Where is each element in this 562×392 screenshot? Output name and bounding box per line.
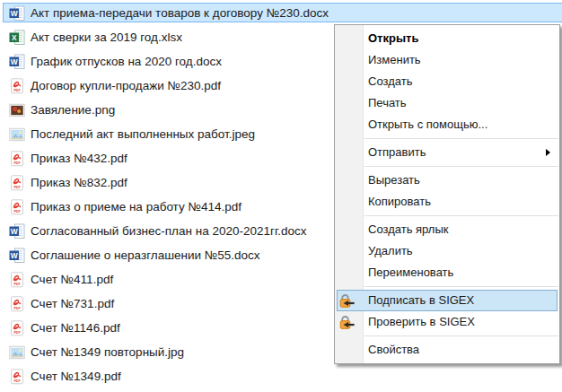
file-name: Завяление.png	[31, 103, 115, 117]
menu-item-label: Вырезать	[368, 173, 420, 187]
file-name: Соглашение о неразглашении №55.docx	[31, 248, 260, 262]
file-name: Договор купли-продажи №230.pdf	[31, 79, 221, 92]
file-name: Акт сверки за 2019 год.xlsx	[31, 30, 182, 44]
svg-text:W: W	[11, 250, 18, 259]
word-file-icon: W	[9, 223, 25, 240]
pdf-file-icon: PDF	[9, 369, 25, 385]
file-name: Приказ №432.pdf	[31, 152, 127, 165]
word-file-icon: W	[9, 248, 25, 264]
file-name: Счет №1146.pdf	[31, 321, 120, 335]
svg-text:W: W	[11, 8, 18, 17]
svg-text:PDF: PDF	[13, 306, 21, 309]
menu-item-label: Переименовать	[368, 266, 453, 279]
pdf-file-icon: PDF	[9, 175, 25, 191]
menu-item-open[interactable]: Открыть	[335, 28, 559, 49]
file-name: График отпусков на 2020 год.docx	[31, 55, 222, 68]
menu-item-label: Создать ярлык	[368, 222, 448, 236]
file-name: Согласованный бизнес-план на 2020-2021гг…	[31, 224, 306, 238]
menu-separator	[364, 138, 558, 139]
svg-text:W: W	[11, 57, 18, 65]
menu-item-label: Открыть с помощью...	[368, 118, 487, 131]
context-menu: ОткрытьИзменитьСоздатьПечатьОткрыть с по…	[334, 24, 560, 364]
menu-item-cut[interactable]: Вырезать	[335, 170, 559, 191]
menu-item-label: Копировать	[368, 195, 431, 208]
pdf-file-icon: PDF	[9, 296, 25, 312]
file-name: Счет №411.pdf	[31, 273, 113, 286]
file-name: Счет №1349 повторный.jpg	[31, 345, 184, 359]
sigex-lock-icon	[338, 314, 356, 331]
word-file-icon: W	[9, 5, 25, 22]
menu-item-print[interactable]: Печать	[335, 92, 559, 114]
menu-item-label: Проверить в SIGEX	[368, 315, 475, 328]
menu-item-rename[interactable]: Переименовать	[335, 262, 559, 283]
file-row[interactable]: WАкт приема-передачи товаров к договору …	[0, 1, 562, 25]
submenu-arrow-icon	[546, 149, 550, 156]
menu-item-verify-in-sigex[interactable]: Проверить в SIGEX	[335, 311, 559, 333]
menu-item-label: Свойства	[368, 343, 419, 356]
png-file-icon	[9, 102, 25, 118]
pdf-file-icon: PDF	[9, 199, 25, 215]
menu-item-create-shortcut[interactable]: Создать ярлык	[335, 219, 559, 240]
svg-text:PDF: PDF	[13, 88, 21, 91]
svg-text:PDF: PDF	[13, 161, 21, 164]
excel-file-icon: X	[9, 30, 25, 46]
menu-item-open-with[interactable]: Открыть с помощью...	[335, 114, 559, 135]
menu-item-copy[interactable]: Копировать	[335, 191, 559, 213]
word-file-icon: W	[9, 54, 25, 70]
file-name: Приказ о приеме на работу №414.pdf	[31, 200, 241, 213]
svg-text:PDF: PDF	[13, 330, 21, 334]
menu-item-label: Изменить	[368, 53, 421, 66]
menu-item-label: Открыть	[368, 31, 418, 45]
file-name: Приказ №832.pdf	[31, 176, 127, 189]
pdf-file-icon: PDF	[9, 272, 25, 288]
menu-item-properties[interactable]: Свойства	[335, 339, 559, 361]
sigex-lock-icon	[338, 292, 356, 309]
pdf-file-icon: PDF	[9, 78, 25, 94]
svg-text:PDF: PDF	[13, 379, 21, 382]
menu-separator	[364, 166, 558, 167]
menu-separator	[364, 335, 558, 336]
file-name: Последний акт выполненных работ.jpeg	[31, 127, 255, 141]
menu-item-delete[interactable]: Удалить	[335, 240, 559, 262]
menu-item-label: Печать	[368, 96, 407, 109]
svg-text:PDF: PDF	[13, 209, 21, 213]
menu-item-edit[interactable]: Изменить	[335, 49, 559, 71]
menu-item-label: Отправить	[368, 145, 426, 159]
file-name: Счет №1349.pdf	[31, 370, 121, 383]
menu-item-new[interactable]: Создать	[335, 71, 559, 92]
file-name: Акт приема-передачи товаров к договору №…	[31, 6, 329, 20]
pdf-file-icon: PDF	[9, 151, 25, 167]
menu-separator	[364, 286, 558, 287]
file-row[interactable]: PDFСчет №1349.pdf	[0, 364, 562, 388]
menu-item-label: Создать	[368, 74, 412, 88]
pdf-file-icon: PDF	[9, 320, 25, 336]
svg-text:PDF: PDF	[13, 185, 21, 188]
menu-separator	[364, 215, 558, 216]
menu-item-label: Подписать в SIGEX	[368, 293, 474, 307]
svg-text:X: X	[12, 32, 17, 41]
menu-item-label: Удалить	[368, 244, 413, 257]
jpeg-file-icon	[9, 344, 25, 361]
svg-text:PDF: PDF	[13, 282, 21, 285]
menu-item-send-to[interactable]: Отправить	[335, 142, 559, 163]
menu-item-sign-in-sigex[interactable]: Подписать в SIGEX	[335, 290, 559, 311]
jpeg-file-icon	[9, 126, 25, 143]
file-name: Счет №731.pdf	[31, 297, 114, 310]
svg-text:W: W	[11, 226, 18, 235]
desktop-file-list-screen: WАкт приема-передачи товаров к договору …	[0, 0, 562, 392]
